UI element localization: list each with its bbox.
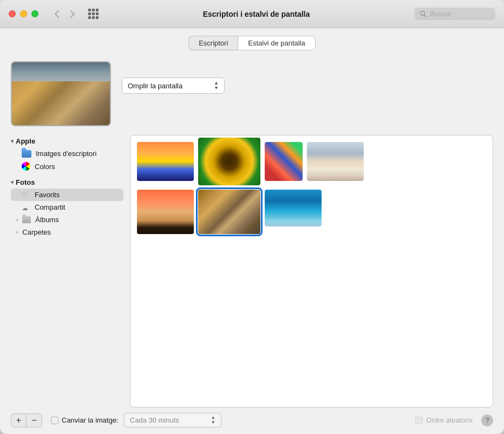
sidebar-item-label: Favorits: [35, 191, 60, 199]
image-thumbnail[interactable]: [198, 138, 260, 185]
close-button[interactable]: [9, 10, 16, 17]
dropdown-area: Omplir la pantalla ▲ ▼: [122, 77, 225, 94]
interval-select[interactable]: Cada 30 minuts ▲ ▼: [124, 413, 221, 427]
chevron-icon: ›: [16, 217, 18, 223]
image-thumbnail-selected[interactable]: [198, 190, 260, 234]
content-area: Omplir la pantalla ▲ ▼ ▾ Apple: [0, 55, 504, 434]
sidebar-item-label: Carpetes: [22, 228, 51, 236]
svg-line-1: [424, 15, 426, 17]
sidebar-item-label: Colors: [35, 163, 55, 171]
top-row: Omplir la pantalla ▲ ▼: [11, 61, 493, 126]
search-box[interactable]: Buscar: [414, 8, 495, 20]
chevron-icon: ▾: [11, 179, 14, 185]
sidebar-section-fotos[interactable]: ▾ Fotos: [11, 176, 123, 189]
heart-icon: ♡: [22, 191, 30, 199]
help-button[interactable]: ?: [481, 414, 493, 426]
tabbar: Escriptori Estalvi de pantalla: [0, 28, 504, 55]
image-thumbnail[interactable]: [137, 190, 194, 234]
preview-image: [12, 62, 110, 125]
wallpaper-preview: [11, 61, 111, 126]
subfolder-icon: [22, 216, 31, 223]
sidebar-item-imatges[interactable]: Imatges d'escriptori: [11, 147, 123, 160]
image-thumbnail[interactable]: [265, 190, 322, 226]
sidebar-item-carpetes[interactable]: › Carpetes: [11, 226, 123, 238]
image-row-2: [137, 190, 486, 234]
sidebar-item-albums[interactable]: › Àlbums: [11, 213, 123, 226]
order-checkbox[interactable]: [415, 417, 423, 424]
sidebar-item-favorits[interactable]: ♡ Favorits: [11, 189, 123, 201]
traffic-lights: [9, 10, 38, 17]
arrow-down-icon: ▼: [214, 86, 219, 90]
remove-button[interactable]: −: [27, 414, 42, 427]
search-icon: [420, 10, 427, 17]
nav-buttons: [49, 9, 80, 20]
fill-mode-label: Omplir la pantalla: [128, 82, 182, 90]
sidebar: ▾ Apple Imatges d'escriptori Colors ▾ Fo…: [11, 135, 130, 407]
fill-mode-select[interactable]: Omplir la pantalla ▲ ▼: [122, 77, 225, 94]
image-grid: [130, 135, 493, 407]
grid-view-button[interactable]: [88, 9, 99, 19]
change-row: Canviar la imatge: Cada 30 minuts ▲ ▼: [51, 413, 407, 427]
folder-icon: [22, 150, 31, 158]
svg-point-0: [421, 11, 425, 16]
order-label: Ordre aleatoris: [426, 416, 473, 424]
interval-label: Cada 30 minuts: [130, 416, 179, 424]
order-area: Ordre aleatoris: [415, 416, 473, 424]
image-thumbnail[interactable]: [265, 142, 303, 181]
add-button[interactable]: +: [11, 414, 27, 427]
change-image-checkbox[interactable]: [51, 417, 58, 424]
change-image-label: Canviar la imatge:: [62, 416, 119, 424]
change-image-checkbox-area: Canviar la imatge:: [51, 416, 119, 424]
image-row-1: [137, 142, 486, 185]
window-title: Escriptori i estalvi de pantalla: [105, 10, 408, 18]
back-button[interactable]: [49, 9, 63, 20]
sidebar-item-label: Compartit: [35, 203, 65, 211]
tab-estalvi[interactable]: Estalvi de pantalla: [238, 36, 316, 50]
sidebar-item-compartit[interactable]: ☁ Compartit: [11, 201, 123, 213]
minimize-button[interactable]: [20, 10, 27, 17]
sidebar-item-colors[interactable]: Colors: [11, 160, 123, 173]
search-placeholder: Buscar: [430, 10, 451, 18]
colors-icon: [22, 162, 30, 171]
interval-stepper: ▲ ▼: [211, 416, 215, 425]
main-window: Escriptori i estalvi de pantalla Buscar …: [0, 0, 504, 434]
section-apple-label: Apple: [16, 137, 35, 145]
bottom-bar: + − Canviar la imatge: Cada 30 minuts ▲ …: [11, 407, 493, 434]
image-thumbnail[interactable]: [307, 142, 364, 181]
tab-escriptori[interactable]: Escriptori: [188, 36, 238, 50]
main-panel: ▾ Apple Imatges d'escriptori Colors ▾ Fo…: [11, 135, 493, 407]
titlebar: Escriptori i estalvi de pantalla Buscar: [0, 0, 504, 28]
image-thumbnail[interactable]: [137, 142, 194, 181]
maximize-button[interactable]: [31, 10, 38, 17]
sidebar-item-label: Àlbums: [35, 216, 58, 224]
chevron-icon: ▾: [11, 138, 14, 144]
sidebar-item-label: Imatges d'escriptori: [36, 150, 96, 158]
cloud-icon: ☁: [22, 204, 30, 211]
add-remove-buttons: + −: [11, 413, 42, 427]
forward-button[interactable]: [66, 9, 80, 20]
chevron-icon: ›: [16, 229, 18, 235]
stepper-arrows: ▲ ▼: [214, 81, 219, 90]
sidebar-section-apple[interactable]: ▾ Apple: [11, 135, 123, 147]
section-fotos-label: Fotos: [16, 178, 35, 186]
